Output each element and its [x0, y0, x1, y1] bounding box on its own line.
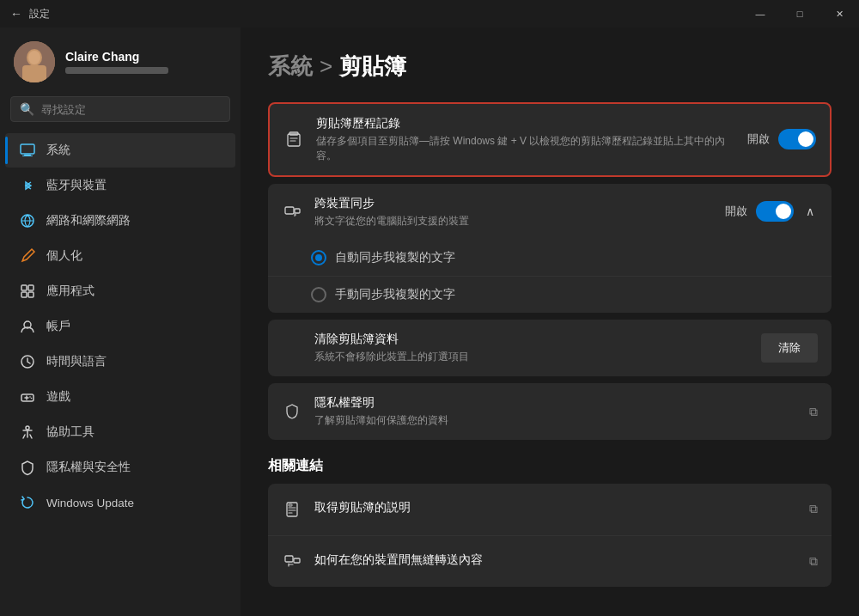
sidebar-item-time[interactable]: 時間與語言: [5, 345, 235, 379]
sidebar-label-accounts: 帳戶: [46, 319, 70, 334]
sidebar-item-personalize[interactable]: 個人化: [5, 239, 235, 273]
minimize-button[interactable]: —: [740, 0, 780, 27]
cross-device-title: 跨裝置同步: [314, 196, 713, 211]
radio-auto[interactable]: [311, 250, 326, 265]
sidebar-item-network[interactable]: 網路和網際網路: [5, 204, 235, 238]
svg-rect-22: [295, 209, 300, 213]
app-title: 設定: [29, 7, 50, 21]
cross-device-text: 跨裝置同步 將文字從您的電腦貼到支援的裝置: [314, 196, 713, 229]
sidebar-label-personalize: 個人化: [46, 248, 82, 264]
breadcrumb-parent: 系統: [268, 52, 313, 82]
related-transfer-title: 如何在您的裝置間無縫轉送內容: [314, 552, 797, 568]
titlebar: ← 設定 — □ ✕: [0, 0, 859, 27]
sidebar-item-system[interactable]: 系統: [5, 133, 235, 168]
related-transfer-row[interactable]: 如何在您的裝置間無縫轉送內容 ⧉: [268, 535, 832, 587]
sidebar-label-network: 網路和網際網路: [46, 213, 131, 229]
cross-device-icon: [282, 201, 302, 222]
clipboard-toggle-label: 開啟: [747, 131, 770, 147]
sidebar-item-accessibility[interactable]: 協助工具: [5, 415, 235, 449]
search-input[interactable]: [41, 103, 221, 116]
privacy-statement-control: ⧉: [809, 405, 818, 419]
clear-clipboard-card: 清除剪貼簿資料 系統不會移除此裝置上的釘選項目 清除: [268, 320, 832, 376]
clipboard-history-desc: 儲存多個項目至剪貼簿—請按 Windows 鍵 + V 以檢視您的剪貼簿歷程記錄…: [316, 134, 735, 163]
radio-manual[interactable]: [311, 287, 326, 302]
sidebar-label-accessibility: 協助工具: [46, 424, 94, 440]
privacy-external-icon: ⧉: [809, 405, 818, 419]
sidebar-item-accounts[interactable]: 帳戶: [5, 309, 235, 344]
radio-manual-row[interactable]: 手動同步我複製的文字: [268, 276, 832, 313]
svg-rect-11: [21, 292, 27, 297]
cross-device-card: 跨裝置同步 將文字從您的電腦貼到支援的裝置 開啟 ∧ 自動同步我複製的文字: [268, 184, 832, 314]
clipboard-history-control: 開啟: [747, 129, 816, 149]
clear-clipboard-button[interactable]: 清除: [761, 333, 818, 363]
svg-rect-24: [289, 504, 292, 506]
windowsupdate-icon: [19, 494, 36, 511]
system-icon: [19, 142, 36, 159]
cross-device-desc: 將文字從您的電腦貼到支援的裝置: [314, 214, 713, 229]
svg-point-3: [28, 51, 40, 64]
accounts-icon: [19, 318, 36, 335]
sidebar-item-gaming[interactable]: 遊戲: [5, 380, 235, 414]
svg-rect-25: [285, 556, 293, 562]
sidebar-item-bluetooth[interactable]: 藍牙與裝置: [5, 168, 235, 203]
cross-device-row: 跨裝置同步 將文字從您的電腦貼到支援的裝置 開啟 ∧: [268, 184, 832, 241]
content-area: 系統 > 剪貼簿 剪貼簿歷程記錄 儲存多個項目至剪貼簿—請按 Windows 鍵…: [241, 27, 859, 616]
clear-clipboard-control: 清除: [761, 333, 818, 363]
search-box[interactable]: 🔍: [10, 96, 230, 122]
related-help-title: 取得剪貼簿的説明: [314, 500, 797, 515]
sidebar: Claire Chang 🔍 系統: [0, 27, 241, 616]
breadcrumb-current: 剪貼簿: [339, 52, 406, 82]
related-transfer-external-icon: ⧉: [809, 554, 818, 569]
sidebar-item-apps[interactable]: 應用程式: [5, 274, 235, 308]
sidebar-label-apps: 應用程式: [46, 284, 94, 299]
clipboard-history-icon: [283, 129, 304, 149]
related-links-card: 取得剪貼簿的説明 ⧉ 如何在您的裝置間無縫轉送內容: [268, 484, 832, 587]
privacy-icon: [19, 459, 36, 476]
svg-rect-5: [21, 144, 34, 154]
privacy-statement-text: 隱私權聲明 了解剪貼簿如何保護您的資料: [314, 395, 797, 428]
apps-icon: [19, 283, 36, 300]
user-name: Claire Chang: [65, 50, 168, 64]
privacy-statement-title: 隱私權聲明: [314, 395, 797, 411]
svg-point-17: [31, 398, 33, 399]
svg-rect-12: [28, 292, 34, 297]
personalize-icon: [19, 247, 36, 265]
sidebar-item-privacy[interactable]: 隱私權與安全性: [5, 450, 235, 485]
sidebar-label-system: 系統: [46, 143, 70, 158]
related-transfer-control: ⧉: [809, 554, 818, 569]
user-profile[interactable]: Claire Chang: [0, 27, 241, 93]
svg-rect-20: [288, 134, 300, 146]
network-icon: [19, 212, 36, 229]
back-button[interactable]: ←: [10, 7, 22, 21]
svg-rect-26: [294, 558, 300, 563]
cross-device-control: 開啟 ∧: [725, 201, 818, 222]
breadcrumb: 系統 > 剪貼簿: [268, 52, 832, 82]
sidebar-label-bluetooth: 藍牙與裝置: [46, 178, 107, 193]
sidebar-item-windowsupdate[interactable]: Windows Update: [5, 485, 235, 520]
radio-manual-label: 手動同步我複製的文字: [335, 287, 455, 302]
svg-point-18: [26, 426, 29, 430]
sidebar-label-gaming: 遊戲: [46, 389, 70, 405]
user-email: [65, 67, 168, 74]
bluetooth-icon: [19, 177, 36, 194]
maximize-button[interactable]: □: [780, 0, 819, 27]
svg-point-16: [29, 396, 31, 398]
related-transfer-icon: [282, 551, 302, 571]
svg-rect-21: [285, 207, 294, 214]
nav-list: 系統 藍牙與裝置 網路: [0, 129, 241, 616]
clipboard-history-row: 剪貼簿歷程記錄 儲存多個項目至剪貼簿—請按 Windows 鍵 + V 以檢視您…: [270, 104, 830, 175]
radio-auto-label: 自動同步我複製的文字: [335, 250, 455, 265]
related-help-row[interactable]: 取得剪貼簿的説明 ⧉: [268, 484, 832, 535]
svg-rect-4: [22, 65, 46, 82]
gaming-icon: [19, 388, 36, 406]
close-button[interactable]: ✕: [819, 0, 859, 27]
related-help-control: ⧉: [809, 502, 818, 516]
cross-device-toggle-label: 開啟: [725, 204, 747, 219]
related-help-external-icon: ⧉: [809, 502, 818, 516]
radio-auto-row[interactable]: 自動同步我複製的文字: [268, 240, 832, 276]
search-icon: 🔍: [20, 102, 34, 116]
cross-device-expand[interactable]: ∧: [802, 201, 818, 222]
clear-clipboard-icon: [282, 338, 302, 358]
cross-device-toggle[interactable]: [756, 201, 794, 222]
clipboard-history-toggle[interactable]: [778, 129, 816, 149]
